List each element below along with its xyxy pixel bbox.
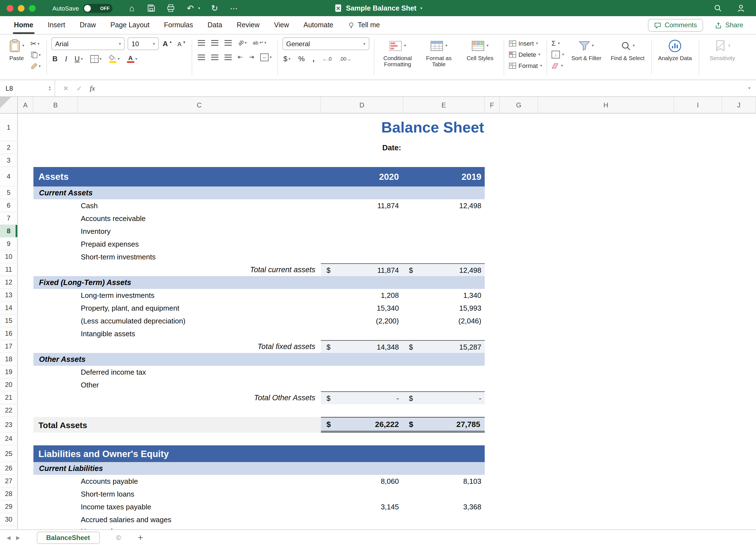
analyze-data-button[interactable]: Analyze Data [656, 37, 694, 62]
tab-data[interactable]: Data [200, 16, 230, 34]
item-label-cell[interactable]: Other [78, 378, 321, 391]
section-header-cell[interactable]: Liabilities and Owner's Equity [33, 445, 485, 462]
print-icon[interactable] [166, 3, 176, 13]
align-bottom-button[interactable] [223, 37, 233, 48]
select-all-corner[interactable] [0, 97, 18, 113]
total-label-cell[interactable]: Total current assets [78, 263, 321, 276]
grand-total-2019-cell[interactable]: $27,785 [403, 417, 485, 432]
account-icon[interactable] [736, 3, 746, 13]
increase-font-button[interactable]: A▲ [162, 38, 174, 49]
row-header-27[interactable]: 27 [0, 475, 18, 488]
subsection-header-cell[interactable]: Current Liabilities [33, 462, 485, 475]
row-header-3[interactable]: 3 [0, 154, 18, 167]
undo-chevron-icon[interactable]: ▾ [198, 6, 200, 10]
home-icon[interactable]: ⌂ [127, 3, 137, 13]
row-header-24[interactable]: 24 [0, 432, 18, 445]
total-2019-cell[interactable]: $12,498 [403, 263, 485, 276]
grand-total-2020-cell[interactable]: $26,222 [321, 417, 403, 432]
tab-home[interactable]: Home [7, 16, 40, 34]
tab-automate[interactable]: Automate [296, 16, 341, 34]
row-header-1[interactable]: 1 [0, 114, 18, 141]
item-label-cell[interactable]: Prepaid expenses [78, 238, 321, 251]
font-size-select[interactable]: 10▾ [128, 37, 159, 50]
column-header-H[interactable]: H [538, 97, 674, 113]
value-2020-cell[interactable]: 8,060 [321, 475, 403, 488]
row-header-30[interactable]: 30 [0, 513, 18, 526]
row-header-6[interactable]: 6 [0, 199, 18, 212]
tab-review[interactable]: Review [230, 16, 267, 34]
year-2019-header[interactable]: 2019 [403, 167, 485, 187]
tab-view[interactable]: View [267, 16, 296, 34]
align-middle-button[interactable] [210, 37, 219, 48]
row-header-26[interactable]: 26 [0, 462, 18, 475]
sheet-tab-balancesheet[interactable]: BalanceSheet [37, 531, 99, 544]
orientation-button[interactable]: ab▾ [236, 37, 248, 48]
total-2020-cell[interactable]: $- [321, 391, 403, 404]
row-header-17[interactable]: 17 [0, 340, 18, 353]
sort-filter-button[interactable]: ▾ Sort & Filter [567, 37, 605, 62]
conditional-formatting-button[interactable]: ▾ Conditional Formatting [379, 37, 416, 69]
year-2020-header[interactable]: 2020 [321, 167, 403, 187]
italic-button[interactable]: I [64, 53, 69, 64]
wrap-text-button[interactable]: ab↩▾ [252, 37, 267, 48]
add-sheet-button[interactable]: + [138, 532, 143, 542]
paste-button[interactable]: ▾ Paste [7, 37, 26, 62]
title-chevron-icon[interactable]: ▾ [420, 6, 422, 10]
enter-icon[interactable]: ✓ [76, 84, 82, 92]
value-2020-cell[interactable]: 3,145 [321, 500, 403, 513]
column-header-C[interactable]: C [78, 97, 321, 113]
date-label-cell[interactable]: Date: [321, 141, 403, 154]
item-label-cell[interactable]: Long-term investments [78, 289, 321, 302]
column-header-E[interactable]: E [403, 97, 485, 113]
redo-icon[interactable]: ↻ [209, 3, 220, 13]
value-2020-cell[interactable]: 11,874 [321, 199, 403, 212]
section-header-cell[interactable]: Assets [33, 167, 321, 187]
column-header-I[interactable]: I [674, 97, 722, 113]
cell-styles-button[interactable]: ▾ Cell Styles [461, 37, 499, 62]
value-2019-cell[interactable]: 1,340 [403, 289, 485, 302]
subsection-header-cell[interactable]: Fixed (Long-Term) Assets [33, 276, 485, 289]
decrease-font-button[interactable]: A▼ [176, 38, 187, 49]
row-header-23[interactable]: 23 [0, 417, 18, 432]
column-header-D[interactable]: D [321, 97, 403, 113]
item-label-cell[interactable]: Inventory [78, 225, 321, 238]
delete-cells-button[interactable]: Delete ▾ [508, 50, 542, 60]
minimize-window-button[interactable] [18, 5, 25, 11]
comments-button[interactable]: Comments [648, 19, 703, 31]
row-header-13[interactable]: 13 [0, 289, 18, 302]
value-2020-cell[interactable]: 1,208 [321, 289, 403, 302]
share-button[interactable]: Share [709, 19, 749, 31]
column-header-F[interactable]: F [485, 97, 500, 113]
row-header-19[interactable]: 19 [0, 366, 18, 378]
align-center-button[interactable] [210, 52, 219, 62]
value-2019-cell[interactable]: (2,046) [403, 314, 485, 327]
align-left-button[interactable] [196, 52, 206, 62]
row-header-29[interactable]: 29 [0, 500, 18, 513]
row-header-12[interactable]: 12 [0, 276, 18, 289]
grand-total-label-cell[interactable]: Total Assets [33, 417, 321, 432]
insert-cells-button[interactable]: Insert ▾ [508, 38, 542, 48]
subsection-header-cell[interactable]: Other Assets [33, 353, 485, 366]
row-header-14[interactable]: 14 [0, 302, 18, 314]
column-header-B[interactable]: B [33, 97, 78, 113]
copy-button[interactable]: ▾ [29, 50, 42, 60]
row-header-2[interactable]: 2 [0, 141, 18, 154]
tab-tell-me[interactable]: Tell me [341, 16, 387, 34]
tab-insert[interactable]: Insert [40, 16, 72, 34]
sheet-scroll-left-icon[interactable]: ◀ [7, 535, 11, 540]
row-header-8[interactable]: 8 [0, 225, 18, 238]
tab-page-layout[interactable]: Page Layout [103, 16, 157, 34]
percent-format-button[interactable]: % [297, 53, 306, 64]
item-label-cell[interactable]: Short-term investments [78, 251, 321, 263]
row-header-9[interactable]: 9 [0, 238, 18, 251]
find-select-button[interactable]: ▾ Find & Select [609, 37, 647, 62]
tab-formulas[interactable]: Formulas [157, 16, 200, 34]
bold-button[interactable]: B [51, 53, 59, 64]
row-header-25[interactable]: 25 [0, 445, 18, 462]
row-header-5[interactable]: 5 [0, 187, 18, 199]
more-commands-icon[interactable]: ⋯ [229, 3, 239, 13]
total-2020-cell[interactable]: $14,348 [321, 340, 403, 353]
format-as-table-button[interactable]: ▾ Format as Table [420, 37, 458, 69]
column-header-G[interactable]: G [500, 97, 538, 113]
sheet-title-cell[interactable]: Balance Sheet [33, 114, 485, 141]
